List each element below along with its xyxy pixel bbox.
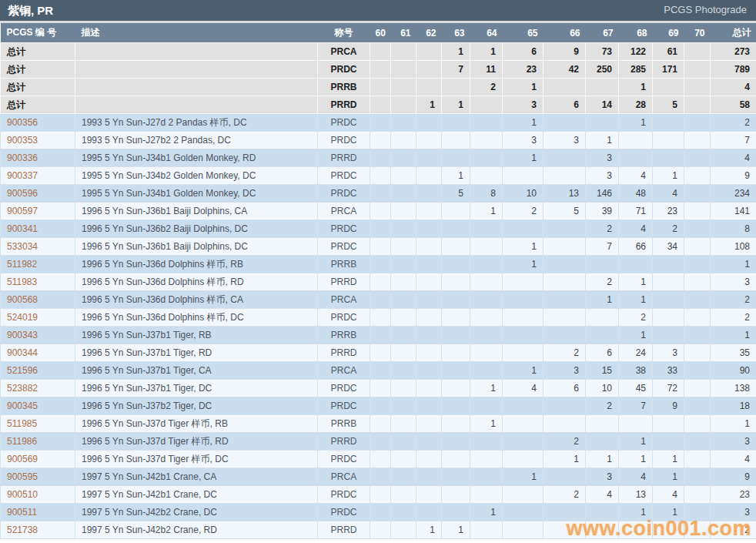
grade-count-67: 39: [586, 203, 619, 220]
grade-count-66: [544, 415, 586, 433]
pcgs-number-link[interactable]: 521596: [1, 362, 75, 380]
pcgs-number-link[interactable]: 900341: [1, 220, 75, 238]
designation: PRRD: [318, 273, 370, 291]
pcgs-number-link[interactable]: 900568: [1, 291, 75, 309]
pcgs-number-link[interactable]: 533034: [1, 238, 75, 256]
designation: PRDC: [318, 309, 370, 327]
column-header-66: 66: [544, 23, 586, 43]
grade-count-68: 48: [619, 185, 653, 203]
grade-count-62: [416, 415, 442, 433]
pcgs-number-link[interactable]: 511983: [1, 273, 75, 291]
grade-count-61: [391, 521, 416, 539]
grade-count-62: [416, 43, 442, 61]
pcgs-number-link[interactable]: 523882: [1, 380, 75, 397]
pcgs-number-link[interactable]: 900345: [1, 397, 75, 415]
grade-count-64: [470, 486, 503, 504]
grade-count-62: [416, 309, 442, 327]
row-total: 4: [711, 79, 756, 96]
grade-count-61: [391, 344, 416, 362]
grade-count-60: [370, 132, 391, 149]
grade-count-62: [416, 504, 442, 521]
grade-count-68: 7: [619, 397, 653, 415]
grade-count-63: [442, 468, 470, 486]
grade-count-70: [684, 43, 711, 61]
grade-count-63: [442, 415, 470, 433]
grade-count-67: 2: [586, 397, 619, 415]
grade-count-62: 1: [416, 521, 442, 539]
grade-count-70: [684, 504, 711, 521]
pcgs-number-link[interactable]: 900344: [1, 344, 75, 362]
totals-row-prdc: 总计PRDC7112342250285171789: [1, 61, 756, 79]
grade-count-70: [684, 185, 711, 203]
grade-count-68: 45: [619, 380, 653, 397]
pcgs-number-link[interactable]: 900596: [1, 185, 75, 203]
designation: PRCA: [318, 291, 370, 309]
coin-row-523882: 5238821996 5 Yn Sun-J37b1 Tiger, DCPRDC1…: [1, 380, 756, 397]
pcgs-number-link[interactable]: 521738: [1, 521, 75, 539]
grade-count-67: 3: [586, 167, 619, 185]
grade-count-65: [503, 291, 544, 309]
grade-count-68: 1: [619, 433, 653, 451]
grade-count-66: [544, 114, 586, 132]
pcgs-number-link[interactable]: 900356: [1, 114, 75, 132]
row-total: 8: [711, 220, 756, 238]
grade-count-61: [391, 185, 416, 203]
coin-description: 1997 5 Yn Sun-J42b1 Crane, DC: [75, 486, 318, 504]
grade-count-62: [416, 203, 442, 220]
designation: PRRB: [318, 256, 370, 273]
coin-row-511986: 5119861996 5 Yn Sun-J37d Tiger 样币, RDPRR…: [1, 433, 756, 451]
pcgs-number-link[interactable]: 511986: [1, 433, 75, 451]
column-header-70: 70: [684, 23, 711, 43]
grade-count-67: 250: [586, 61, 619, 79]
grade-count-63: 1: [442, 167, 470, 185]
grade-count-68: [619, 415, 653, 433]
pcgs-number-link[interactable]: 900337: [1, 167, 75, 185]
column-header-64: 64: [470, 23, 503, 43]
grade-count-60: [370, 397, 391, 415]
row-total: 4: [711, 149, 756, 167]
row-total: 789: [711, 61, 756, 79]
grade-count-65: [503, 521, 544, 539]
grade-count-68: 4: [619, 167, 653, 185]
photograde-link[interactable]: PCGS Photograde: [664, 4, 747, 15]
grade-count-64: 1: [470, 43, 503, 61]
grade-count-70: [684, 362, 711, 380]
grade-count-62: [416, 79, 442, 96]
row-total: 23: [711, 486, 756, 504]
pcgs-number-link[interactable]: 900569: [1, 451, 75, 468]
pcgs-number-link[interactable]: 900511: [1, 504, 75, 521]
grade-count-69: [653, 521, 684, 539]
grade-count-70: [684, 468, 711, 486]
pcgs-number-link[interactable]: 900595: [1, 468, 75, 486]
grade-count-65: 6: [503, 43, 544, 61]
row-total: 90: [711, 362, 756, 380]
row-total: 138: [711, 380, 756, 397]
grade-count-62: [416, 220, 442, 238]
totals-label: 总计: [1, 61, 75, 79]
coin-description: 1995 5 Yn Sun-J34b1 Golden Monkey, RD: [75, 149, 318, 167]
column-header-pcgs-number: PCGS 编 号: [1, 23, 75, 43]
pcgs-number-link[interactable]: 900510: [1, 486, 75, 504]
pcgs-number-link[interactable]: 900336: [1, 149, 75, 167]
grade-count-64: [470, 309, 503, 327]
grade-count-67: [586, 504, 619, 521]
pcgs-number-link[interactable]: 511985: [1, 415, 75, 433]
grade-count-70: [684, 380, 711, 397]
totals-description-empty: [75, 79, 318, 96]
coin-description: 1993 5 Yn Sun-J27b2 2 Pandas, DC: [75, 132, 318, 149]
grade-count-69: [653, 415, 684, 433]
pcgs-number-link[interactable]: 900343: [1, 327, 75, 344]
row-total: 4: [711, 451, 756, 468]
pcgs-number-link[interactable]: 900597: [1, 203, 75, 220]
row-total: 58: [711, 96, 756, 114]
designation: PRDC: [318, 220, 370, 238]
pcgs-number-link[interactable]: 900353: [1, 132, 75, 149]
pcgs-number-link[interactable]: 524019: [1, 309, 75, 327]
grade-count-68: 1: [619, 114, 653, 132]
coin-description: 1996 5 Yn Sun-J37b1 Tiger, DC: [75, 380, 318, 397]
grade-count-69: 3: [653, 344, 684, 362]
row-total: 2: [711, 291, 756, 309]
grade-count-65: [503, 327, 544, 344]
grade-count-64: 8: [470, 185, 503, 203]
pcgs-number-link[interactable]: 511982: [1, 256, 75, 273]
